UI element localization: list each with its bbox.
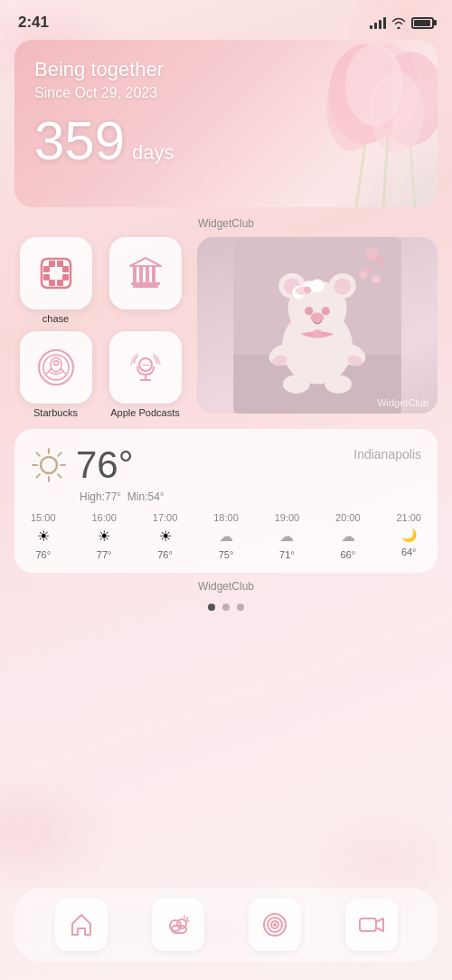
svg-point-53	[366, 266, 372, 272]
svg-point-51	[304, 287, 310, 293]
battery-icon	[411, 17, 434, 29]
svg-marker-19	[130, 258, 161, 266]
svg-line-68	[58, 474, 61, 478]
relationship-widget-credit: WidgetClub	[14, 213, 438, 237]
forecast-item-3: 18:00 ☁ 75°	[213, 512, 239, 560]
svg-point-54	[372, 275, 380, 283]
forecast-sun-icon-1: ☀	[98, 528, 110, 545]
teddy-widget: WidgetClub	[197, 237, 438, 414]
svg-point-44	[305, 307, 313, 315]
video-camera-icon	[358, 911, 385, 938]
forecast-moon-icon-6: 🌙	[401, 528, 417, 542]
signal-bars-icon	[370, 16, 386, 29]
svg-rect-13	[43, 266, 50, 272]
podcasts-app-label: Apple Podcasts	[110, 407, 179, 418]
svg-line-69	[58, 452, 61, 456]
sun-icon	[31, 447, 67, 483]
page-dot-2	[237, 604, 244, 611]
forecast-sun-icon-0: ☀	[37, 528, 50, 545]
relationship-widget: Being together Since Oct 29, 2023 359 da…	[14, 40, 438, 207]
svg-rect-14	[62, 266, 69, 272]
svg-rect-15	[43, 274, 50, 281]
svg-point-45	[322, 307, 330, 315]
status-time: 2:41	[18, 14, 49, 32]
weather-detail: High:77° Min:54°	[80, 490, 421, 503]
dock-weather-icon[interactable]	[152, 899, 204, 951]
svg-point-27	[43, 355, 69, 380]
status-bar: 2:41	[0, 0, 452, 40]
svg-line-75	[186, 918, 188, 919]
svg-line-70	[36, 474, 40, 478]
chase-icon	[36, 253, 76, 293]
weather-widget: 76° Indianapolis High:77° Min:54° 15:00 …	[14, 429, 438, 573]
svg-rect-10	[42, 259, 71, 288]
forecast-item-1: 16:00 ☀ 77°	[91, 512, 117, 560]
dock-home-icon[interactable]	[55, 899, 108, 951]
svg-line-67	[36, 452, 40, 456]
svg-point-59	[325, 375, 352, 393]
svg-rect-17	[49, 280, 55, 286]
apps-grid: chase	[14, 237, 186, 418]
target-icon	[261, 911, 288, 938]
svg-point-29	[53, 361, 58, 366]
page-dots	[14, 598, 438, 622]
dock-target-icon[interactable]	[249, 899, 301, 951]
forecast-item-4: 19:00 ☁ 71°	[275, 512, 300, 560]
svg-rect-20	[133, 266, 137, 282]
forecast-cloud-icon-3: ☁	[219, 528, 233, 545]
svg-rect-21	[139, 266, 143, 282]
svg-point-49	[311, 279, 325, 292]
podcasts-app-wrapper[interactable]: Apple Podcasts	[104, 331, 186, 418]
svg-rect-81	[360, 918, 376, 931]
starbucks-app-icon[interactable]	[20, 331, 92, 404]
starbucks-app-wrapper[interactable]: Starbucks	[14, 331, 97, 418]
svg-rect-23	[152, 266, 155, 282]
forecast-item-2: 17:00 ☀ 76°	[153, 512, 178, 560]
svg-point-52	[359, 271, 367, 279]
dock	[14, 888, 438, 962]
forecast-row: 15:00 ☀ 76° 16:00 ☀ 77° 17:00 ☀ 76°	[31, 512, 421, 560]
starbucks-icon	[35, 347, 77, 388]
svg-rect-12	[57, 261, 63, 267]
podcasts-icon	[125, 347, 166, 388]
bank-app-icon[interactable]	[109, 237, 182, 309]
weather-city: Indianapolis	[353, 443, 421, 461]
bank-app-wrapper[interactable]	[104, 237, 186, 324]
teddy-bear-image	[197, 237, 438, 414]
weather-cloud-icon	[165, 911, 192, 938]
chase-app-icon[interactable]	[20, 237, 92, 309]
wifi-icon	[391, 17, 406, 29]
svg-rect-16	[62, 274, 69, 281]
svg-point-58	[283, 375, 310, 393]
relationship-title: Being together	[34, 58, 418, 81]
svg-point-37	[375, 255, 385, 265]
svg-rect-31	[142, 365, 149, 366]
apps-section: chase	[14, 237, 438, 418]
days-label: days	[132, 141, 174, 165]
svg-point-62	[41, 457, 57, 473]
svg-point-80	[273, 923, 277, 927]
weather-widget-credit: WidgetClub	[14, 576, 438, 598]
page-dot-0	[208, 604, 215, 611]
starbucks-app-label: Starbucks	[33, 407, 78, 418]
svg-rect-24	[131, 282, 160, 285]
forecast-cloud-icon-4: ☁	[279, 528, 294, 545]
status-icons	[370, 16, 434, 29]
podcasts-app-icon[interactable]	[109, 331, 182, 404]
page-dot-1	[222, 604, 230, 611]
weather-temperature: 76°	[76, 443, 134, 487]
svg-point-46	[311, 313, 325, 323]
forecast-sun-icon-2: ☀	[159, 528, 172, 545]
bank-icon	[125, 252, 166, 294]
teddy-widget-credit: WidgetClub	[377, 397, 428, 408]
home-icon	[68, 911, 95, 938]
svg-point-43	[334, 279, 352, 296]
svg-point-55	[312, 329, 322, 338]
days-number: 359	[34, 114, 125, 168]
forecast-item-0: 15:00 ☀ 76°	[31, 512, 56, 560]
chase-app-wrapper[interactable]: chase	[14, 237, 97, 324]
svg-rect-25	[133, 285, 158, 288]
svg-rect-11	[49, 261, 55, 267]
dock-camera-icon[interactable]	[345, 899, 398, 951]
relationship-date: Since Oct 29, 2023	[34, 85, 418, 101]
